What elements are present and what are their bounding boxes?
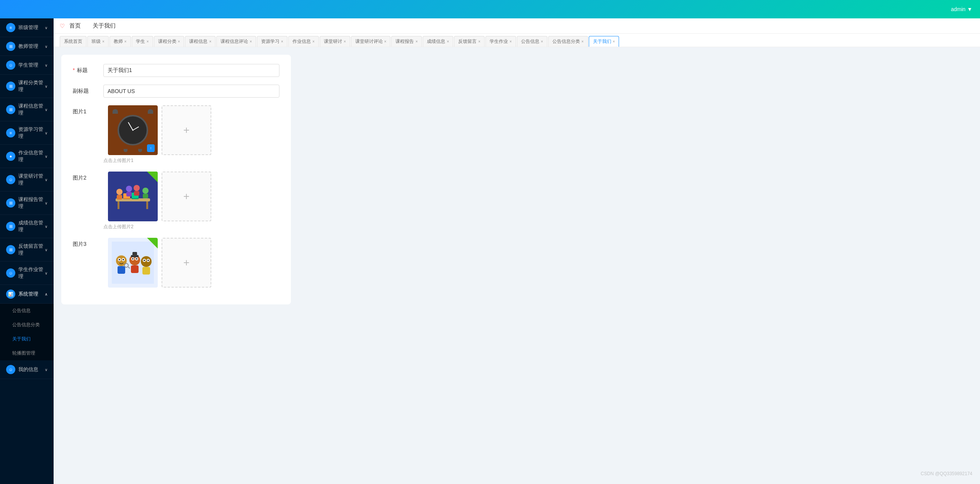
tab-homework[interactable]: 作业信息 × bbox=[288, 36, 319, 47]
tab-grade-info[interactable]: 成绩信息 × bbox=[423, 36, 453, 47]
img3-add-slot[interactable]: + bbox=[162, 238, 211, 288]
feedback-mgmt-icon: ⊞ bbox=[6, 245, 15, 254]
team-image bbox=[108, 172, 158, 221]
tab-close-icon[interactable]: × bbox=[209, 39, 211, 44]
sidebar-sub-item-about-us[interactable]: 关于我们 bbox=[0, 332, 54, 346]
sidebar: ≡ 班级管理 ∨ ⊞ 教师管理 ∨ ☺ 学生管理 ∨ ⊞ 课程分类管理 bbox=[0, 18, 54, 484]
tab-close-icon[interactable]: × bbox=[447, 39, 449, 44]
tab-close-icon[interactable]: × bbox=[415, 39, 418, 44]
chevron-down-icon: ∨ bbox=[45, 63, 47, 67]
resource-mgmt-label: 资源学习管理 bbox=[18, 126, 45, 140]
tab-course-report[interactable]: 课程报告 × bbox=[391, 36, 422, 47]
sidebar-item-student-work-mgmt[interactable]: ☺ 学生作业管理 ∨ bbox=[0, 262, 54, 285]
sidebar-item-grade-mgmt[interactable]: ⊞ 成绩信息管理 ∨ bbox=[0, 215, 54, 238]
team-svg bbox=[112, 177, 154, 216]
image3-section: 图片3 bbox=[73, 238, 279, 288]
svg-point-21 bbox=[122, 259, 124, 260]
sidebar-item-feedback-mgmt[interactable]: ⊞ 反馈留言管理 ∨ bbox=[0, 238, 54, 262]
tab-course-discuss[interactable]: 课程信息评论 × bbox=[216, 36, 256, 47]
tab-class-discuss[interactable]: 课堂研讨评论 × bbox=[351, 36, 391, 47]
svg-rect-17 bbox=[118, 266, 125, 274]
tab-feedback[interactable]: 反馈留言 × bbox=[454, 36, 485, 47]
breadcrumb-home[interactable]: 首页 bbox=[69, 22, 81, 29]
sidebar-item-teacher-mgmt[interactable]: ⊞ 教师管理 ∨ bbox=[0, 37, 54, 56]
tab-student[interactable]: 学生 × bbox=[132, 36, 153, 47]
tab-about-us[interactable]: 关于我们 × bbox=[589, 36, 619, 47]
img3-uploaded-slot[interactable] bbox=[108, 238, 158, 288]
tab-close-icon[interactable]: × bbox=[344, 39, 346, 44]
tab-student-work[interactable]: 学生作业 × bbox=[485, 36, 516, 47]
tab-close-icon[interactable]: × bbox=[478, 39, 480, 44]
img1-label: 图片1 bbox=[73, 105, 103, 115]
tab-close-icon[interactable]: × bbox=[147, 39, 149, 44]
homework-mgmt-label: 作业信息管理 bbox=[18, 149, 45, 163]
tab-close-icon[interactable]: × bbox=[102, 39, 105, 44]
img1-hint: 点击上传图片1 bbox=[103, 157, 279, 164]
tab-close-icon[interactable]: × bbox=[250, 39, 252, 44]
sidebar-item-course-info-mgmt[interactable]: ⊞ 课程信息管理 ∨ bbox=[0, 98, 54, 121]
tab-close-icon[interactable]: × bbox=[581, 39, 584, 44]
tab-course-cat[interactable]: 课程分类 × bbox=[154, 36, 185, 47]
sidebar-item-resource-mgmt[interactable]: ≡ 资源学习管理 ∨ bbox=[0, 121, 54, 145]
svg-point-9 bbox=[134, 185, 140, 191]
tab-resource-learn[interactable]: 资源学习 × bbox=[257, 36, 287, 47]
img2-hint: 点击上传图片2 bbox=[103, 224, 279, 230]
tab-close-icon[interactable]: × bbox=[281, 39, 283, 44]
subtitle-label: 副标题 bbox=[73, 85, 103, 95]
system-mgmt-icon: 📊 bbox=[6, 289, 15, 299]
sidebar-sub-item-announcement-cat[interactable]: 公告信息分类 bbox=[0, 318, 54, 332]
svg-point-7 bbox=[116, 189, 122, 195]
title-input[interactable] bbox=[103, 64, 279, 77]
image1-section: 图片1 bbox=[73, 105, 279, 164]
clock-image: ↑ bbox=[108, 105, 158, 155]
svg-point-29 bbox=[136, 258, 137, 260]
tab-close-icon[interactable]: × bbox=[124, 39, 127, 44]
chevron-down-icon: ∨ bbox=[45, 44, 47, 49]
svg-rect-13 bbox=[134, 191, 139, 196]
sidebar-item-my-info[interactable]: ☺ 我的信息 ∨ bbox=[0, 360, 54, 379]
sidebar-sub-item-announcement[interactable]: 公告信息 bbox=[0, 304, 54, 318]
chevron-up-icon: ∧ bbox=[45, 292, 47, 296]
tab-close-icon[interactable]: × bbox=[384, 39, 387, 44]
content-area: ♡ 首页 关于我们 系统首页 班级 × 教师 × 学生 × 课程分类 bbox=[54, 18, 980, 484]
tab-course-info[interactable]: 课程信息 × bbox=[185, 36, 216, 47]
sidebar-item-course-cat-mgmt[interactable]: ⊞ 课程分类管理 ∨ bbox=[0, 75, 54, 98]
sidebar-item-class-mgmt[interactable]: ≡ 班级管理 ∨ bbox=[0, 18, 54, 37]
sidebar-item-course-report-mgmt[interactable]: ⊞ 课程报告管理 ∨ bbox=[0, 191, 54, 215]
chevron-down-icon: ∨ bbox=[45, 201, 47, 205]
img1-uploaded-slot[interactable]: ↑ bbox=[108, 105, 158, 155]
img2-label: 图片2 bbox=[73, 172, 103, 182]
admin-user-info[interactable]: admin ▼ bbox=[951, 6, 972, 12]
character-image bbox=[108, 238, 158, 288]
admin-label: admin bbox=[951, 6, 965, 12]
tab-announcement-cat[interactable]: 公告信息分类 × bbox=[548, 36, 588, 47]
sidebar-item-system-mgmt[interactable]: 📊 系统管理 ∧ bbox=[0, 285, 54, 304]
tab-announcement[interactable]: 公告信息 × bbox=[517, 36, 547, 47]
form-card: * 标题 副标题 图片1 bbox=[61, 55, 291, 304]
svg-rect-31 bbox=[132, 252, 137, 256]
img2-uploaded-slot[interactable] bbox=[108, 172, 158, 221]
plus-icon: + bbox=[183, 124, 189, 136]
svg-point-37 bbox=[147, 260, 149, 261]
tab-class-study[interactable]: 课堂研讨 × bbox=[320, 36, 350, 47]
img1-add-slot[interactable]: + bbox=[162, 105, 211, 155]
svg-rect-12 bbox=[126, 192, 132, 196]
tab-close-icon[interactable]: × bbox=[613, 39, 615, 44]
svg-point-28 bbox=[132, 258, 134, 260]
sidebar-item-student-mgmt[interactable]: ☺ 学生管理 ∨ bbox=[0, 56, 54, 75]
course-info-mgmt-label: 课程信息管理 bbox=[18, 103, 45, 116]
svg-point-10 bbox=[142, 188, 149, 194]
sidebar-item-homework-mgmt[interactable]: ● 作业信息管理 ∨ bbox=[0, 145, 54, 168]
tab-teacher[interactable]: 教师 × bbox=[109, 36, 131, 47]
img2-add-slot[interactable]: + bbox=[162, 172, 211, 221]
tab-class[interactable]: 班级 × bbox=[87, 36, 109, 47]
tab-close-icon[interactable]: × bbox=[312, 39, 315, 44]
sidebar-sub-item-carousel[interactable]: 轮播图管理 bbox=[0, 346, 54, 360]
sidebar-item-class-discuss-mgmt[interactable]: ☺ 课堂研讨管理 ∨ bbox=[0, 168, 54, 191]
tab-home[interactable]: 系统首页 bbox=[60, 36, 87, 47]
tab-close-icon[interactable]: × bbox=[178, 39, 180, 44]
tab-close-icon[interactable]: × bbox=[510, 39, 512, 44]
student-mgmt-label: 学生管理 bbox=[18, 62, 38, 69]
tab-close-icon[interactable]: × bbox=[541, 39, 543, 44]
subtitle-input[interactable] bbox=[103, 85, 279, 98]
